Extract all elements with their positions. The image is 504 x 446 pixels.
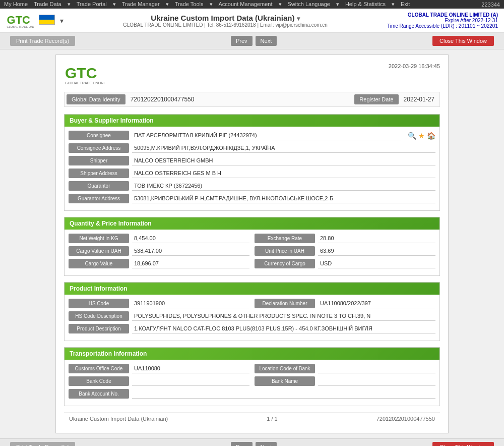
cargo-value-uah-value: 538,417.00 <box>132 247 249 256</box>
buyer-supplier-section: Buyer & Supplier Information Consignee П… <box>64 114 440 211</box>
unit-price-uah-row: Unit Price in UAH 63.69 <box>255 246 435 256</box>
star-icon[interactable]: ★ <box>418 132 425 140</box>
shipper-address-value: NALCO OSTERREICH GES М В Н <box>132 169 435 178</box>
declaration-col: Declaration Number UA110080/2022/397 <box>255 299 435 311</box>
footer-close: Close This Window <box>432 442 494 446</box>
hs-code-value: 3911901900 <box>132 299 249 308</box>
main-content: GTC GLOBAL TRADE ONLINE LIMITED 2022-03-… <box>0 49 504 438</box>
unit-price-uah-value: 63.69 <box>318 247 435 256</box>
product-desc-label: Product Description <box>69 324 129 333</box>
exchange-rate-value: 28.80 <box>318 234 435 243</box>
title-dropdown[interactable]: ▾ <box>297 15 300 22</box>
svg-text:GLOBAL TRADE ONLINE LIMITED: GLOBAL TRADE ONLINE LIMITED <box>7 25 34 28</box>
global-data-identity-value: 7201202201000477550 <box>131 96 350 103</box>
toolbar-top: Print Trade Record(s) Prev Next Close Th… <box>0 33 504 49</box>
user-id: 223344 <box>481 2 500 8</box>
currency-cargo-row: Currency of Cargo USD <box>255 259 435 268</box>
declaration-number-label: Declaration Number <box>255 299 315 308</box>
transport-row1: Customs Office Code UA110080 Location Co… <box>69 364 435 376</box>
guarantor-value: ТОВ ІМЕКС КР (36722456) <box>132 182 435 191</box>
top-bar: My Home Trade Data ▾ Trade Portal ▾ Trad… <box>0 0 504 9</box>
quantity-price-cols: Net Weight in KG 8,454.00 Cargo Value in… <box>69 234 435 271</box>
exchange-rate-label: Exchange Rate <box>255 234 315 243</box>
identity-row: Global Data Identity 7201202201000477550… <box>64 92 440 107</box>
location-bank-col: Location Code of Bank <box>255 364 435 376</box>
product-header: Product Information <box>65 283 439 295</box>
nav-helpstats[interactable]: Help & Statistics <box>345 1 386 8</box>
home-icon[interactable]: 🏠 <box>427 132 435 140</box>
toolbar-nav: Prev Next <box>231 36 277 46</box>
footer-prev-button[interactable]: Prev <box>231 442 253 446</box>
header: GTC GLOBAL TRADE ONLINE LIMITED ▾ Ukrain… <box>0 9 504 33</box>
shipper-address-label: Shipper Address <box>69 169 129 178</box>
cargo-value-uah-label: Cargo Value in UAH <box>69 246 129 256</box>
guarantor-row: Guarantor ТОВ ІМЕКС КР (36722456) <box>69 181 435 191</box>
quantity-price-left: Net Weight in KG 8,454.00 Cargo Value in… <box>69 234 249 271</box>
bank-name-col: Bank Name <box>255 376 435 389</box>
quantity-price-header: Quantity & Price Information <box>65 217 439 230</box>
search-icon[interactable]: 🔍 <box>408 132 416 140</box>
guarantor-address-row: Guarantor Address 53081,КРИВОРІЗЬКИЙ Р-Н… <box>69 194 435 203</box>
shipper-address-row: Shipper Address NALCO OSTERREICH GES М В… <box>69 169 435 178</box>
flag-dropdown[interactable]: ▾ <box>60 17 64 25</box>
consignee-address-label: Consignee Address <box>69 143 129 153</box>
nav-switchlang[interactable]: Switch Language <box>288 1 330 8</box>
nav-myhome[interactable]: My Home <box>4 1 28 8</box>
consignee-row: Consignee ПАТ АРСЕЛОРМІТТАЛ КРИВИЙ РІГ (… <box>69 131 435 140</box>
nav-tradedata[interactable]: Trade Data <box>34 1 61 8</box>
print-button[interactable]: Print Trade Record(s) <box>10 36 75 46</box>
nav-accountmgmt[interactable]: Account Management <box>219 1 273 8</box>
close-button[interactable]: Close This Window <box>432 36 494 46</box>
header-center: Ukraine Custom Import Data (Ukrainian) ▾… <box>123 14 328 28</box>
hs-code-desc-value: POLYSULPHIDES, POLYSULPHONES & OTHER PRO… <box>132 312 435 321</box>
guarantor-address-value: 53081,КРИВОРІЗЬКИЙ Р-Н,СМТ.РАДИШНЕ, ВУЛ.… <box>132 194 435 203</box>
toolbar-close: Close This Window <box>432 36 494 46</box>
footer-toolbar-left: Print Trade Record(s) <box>10 442 75 446</box>
bank-account-value <box>132 389 435 399</box>
nav-tradetools[interactable]: Trade Tools <box>175 1 204 8</box>
header-left: GTC GLOBAL TRADE ONLINE LIMITED ▾ <box>6 12 64 29</box>
hs-code-desc-label: HS Code Description <box>69 311 129 321</box>
currency-cargo-label: Currency of Cargo <box>255 259 315 268</box>
footer-next-button[interactable]: Next <box>256 442 277 446</box>
customs-office-label: Customs Office Code <box>69 364 129 373</box>
quantity-price-body: Net Weight in KG 8,454.00 Cargo Value in… <box>65 230 439 275</box>
logo-svg: GTC GLOBAL TRADE ONLINE LIMITED <box>6 12 34 29</box>
nav-trademanager[interactable]: Trade Manager <box>122 1 160 8</box>
footer-close-button[interactable]: Close This Window <box>432 442 494 446</box>
bank-code-col: Bank Code <box>69 376 249 389</box>
footer-print-button[interactable]: Print Trade Record(s) <box>10 442 75 446</box>
shipper-row: Shipper NALCO OESTERREICH GMBH <box>69 156 435 165</box>
pagination-record-id: 7201202201000477550 <box>376 416 435 422</box>
location-bank-value <box>318 364 435 373</box>
hs-code-label: HS Code <box>69 299 129 308</box>
exchange-rate-row: Exchange Rate 28.80 <box>255 234 435 243</box>
logo: GTC GLOBAL TRADE ONLINE LIMITED <box>6 12 34 29</box>
shipper-value: NALCO OESTERREICH GMBH <box>132 156 435 165</box>
shipper-label: Shipper <box>69 156 129 165</box>
svg-text:GTC: GTC <box>7 14 31 26</box>
buyer-supplier-body: Consignee ПАТ АРСЕЛОРМІТТАЛ КРИВИЙ РІГ (… <box>65 127 439 210</box>
nav-exit[interactable]: Exit <box>401 1 410 8</box>
consignee-address-row: Consignee Address 50095,М.КРИВИЙ РІГ,ВУЛ… <box>69 143 435 153</box>
next-button[interactable]: Next <box>256 36 277 46</box>
register-date-value: 2022-01-27 <box>404 96 434 103</box>
record-content: GTC GLOBAL TRADE ONLINE LIMITED 2022-03-… <box>55 54 449 433</box>
location-bank-row: Location Code of Bank <box>255 364 435 373</box>
top-nav[interactable]: My Home Trade Data ▾ Trade Portal ▾ Trad… <box>4 1 410 8</box>
cargo-value-uah-row: Cargo Value in UAH 538,417.00 <box>69 246 249 256</box>
transport-row2: Bank Code Bank Name <box>69 376 435 389</box>
page-title: Ukraine Custom Import Data (Ukrainian) ▾ <box>123 14 328 22</box>
record-logo-svg: GTC GLOBAL TRADE ONLINE LIMITED <box>64 63 104 86</box>
product-body: HS Code 3911901900 Declaration Number UA… <box>65 295 439 341</box>
header-subtitle: GLOBAL TRADE ONLINE LIMITED | Tel: 86-51… <box>123 22 328 28</box>
record-logo: GTC GLOBAL TRADE ONLINE LIMITED <box>64 63 104 86</box>
pagination-source: Ukraine Custom Import Data (Ukrainian) <box>69 416 168 422</box>
footer-nav: Prev Next <box>231 442 277 446</box>
currency-cargo-value: USD <box>318 259 435 268</box>
hs-code-desc-row: HS Code Description POLYSULPHIDES, POLYS… <box>69 311 435 321</box>
nav-tradeportal[interactable]: Trade Portal <box>77 1 107 8</box>
prev-button[interactable]: Prev <box>231 36 253 46</box>
consignee-value: ПАТ АРСЕЛОРМІТТАЛ КРИВИЙ РІГ (24432974) <box>132 131 401 140</box>
net-weight-row: Net Weight in KG 8,454.00 <box>69 234 249 243</box>
